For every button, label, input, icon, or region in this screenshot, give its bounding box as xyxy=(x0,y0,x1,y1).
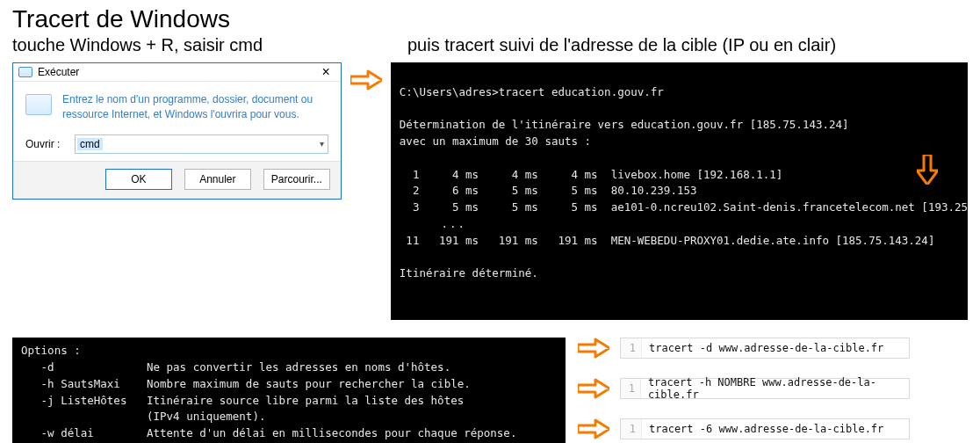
example-command-box: 1tracert -h NOMBRE www.adresse-de-la-cib… xyxy=(620,378,910,399)
example-command-box: 1tracert -d www.adresse-de-la-cible.fr xyxy=(620,338,910,359)
console-options: Options : -d Ne pas convertir les adress… xyxy=(12,338,566,443)
example-line-number: 1 xyxy=(621,338,642,358)
run-dialog: Exécuter × Entrez le nom d'un programme,… xyxy=(12,62,342,200)
run-open-value: cmd xyxy=(77,138,103,150)
run-app-icon xyxy=(18,67,32,77)
arrow-right-icon xyxy=(578,418,609,439)
run-titlebar: Exécuter × xyxy=(13,63,341,82)
page-title: Tracert de Windows xyxy=(12,5,968,33)
run-program-icon xyxy=(25,94,52,115)
browse-button[interactable]: Parcourir... xyxy=(263,169,330,190)
arrow-right-icon xyxy=(578,378,609,399)
run-open-label: Ouvrir : xyxy=(25,138,68,150)
examples-column: 1tracert -d www.adresse-de-la-cible.fr1t… xyxy=(578,338,968,439)
ok-button[interactable]: OK xyxy=(105,169,172,190)
chevron-down-icon[interactable]: ▾ xyxy=(320,139,324,149)
console-line: Détermination de l'itinéraire vers educa… xyxy=(400,118,849,131)
run-description: Entrez le nom d'un programme, dossier, d… xyxy=(62,92,328,122)
cancel-button[interactable]: Annuler xyxy=(184,169,251,190)
example-line-number: 1 xyxy=(621,419,642,439)
example-command: tracert -d www.adresse-de-la-cible.fr xyxy=(642,342,883,354)
arrow-right-icon xyxy=(578,338,609,359)
console-hop: 2 6 ms 5 ms 5 ms 80.10.239.153 xyxy=(400,184,697,197)
close-icon[interactable]: × xyxy=(316,65,335,79)
run-window-title: Exécuter xyxy=(38,66,79,78)
run-open-input[interactable]: cmd ▾ xyxy=(75,134,328,154)
console-hop: 11 191 ms 191 ms 191 ms MEN-WEBEDU-PROXY… xyxy=(400,234,935,247)
arrow-down-icon xyxy=(877,138,938,206)
console-done: Itinéraire déterminé. xyxy=(400,266,538,280)
console-line: avec un maximum de 30 sauts : xyxy=(400,134,591,148)
example-line: 1tracert -d www.adresse-de-la-cible.fr xyxy=(578,338,968,359)
example-line: 1tracert -6 www.adresse-de-la-cible.fr xyxy=(578,418,968,439)
example-line-number: 1 xyxy=(621,379,641,398)
arrow-right-icon xyxy=(350,69,382,91)
example-command: tracert -h NOMBRE www.adresse-de-la-cibl… xyxy=(641,376,909,401)
console-prompt: C:\Users\adres>tracert education.gouv.fr xyxy=(400,85,664,98)
console-hop: 1 4 ms 4 ms 4 ms livebox.home [192.168.1… xyxy=(400,168,783,181)
console-ellipsis: ... xyxy=(400,217,466,230)
subtitle-right: puis tracert suivi de l'adresse de la ci… xyxy=(407,35,836,55)
example-command: tracert -6 www.adresse-de-la-cible.fr xyxy=(642,423,883,435)
console-tracert-output: C:\Users\adres>tracert education.gouv.fr… xyxy=(391,62,968,320)
subtitle-left: touche Windows + R, saisir cmd xyxy=(12,35,355,55)
example-command-box: 1tracert -6 www.adresse-de-la-cible.fr xyxy=(620,418,910,439)
example-line: 1tracert -h NOMBRE www.adresse-de-la-cib… xyxy=(578,378,968,399)
